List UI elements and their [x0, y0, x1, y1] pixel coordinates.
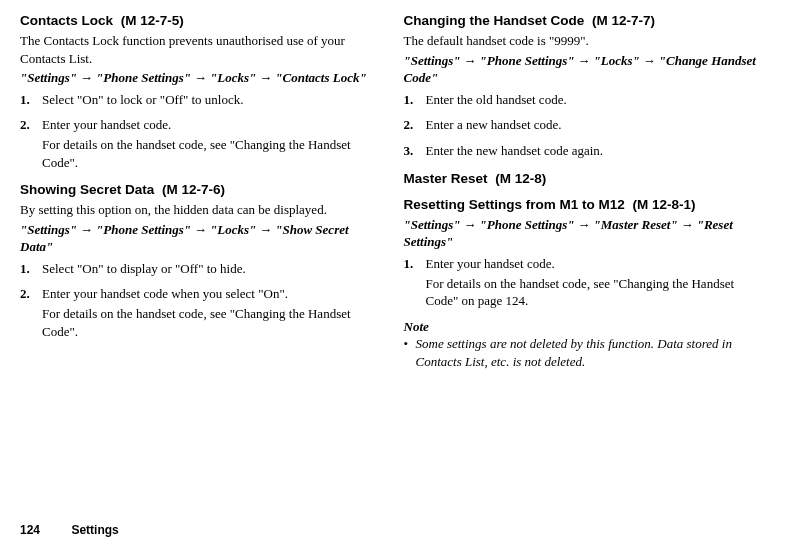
menu-code: (M 12-8-1) — [633, 197, 696, 212]
nav-path: "Settings"→"Phone Settings"→"Locks"→"Cha… — [404, 52, 766, 87]
heading-text: Resetting Settings from M1 to M12 — [404, 197, 625, 212]
step-text: Enter your handset code. — [426, 255, 766, 273]
page-footer: 124 Settings — [20, 522, 119, 538]
step-text: Enter the old handset code. — [426, 91, 766, 109]
step-text: Enter the new handset code again. — [426, 142, 766, 160]
path-part: "Settings" — [20, 222, 77, 237]
step-text: Enter your handset code when you select … — [42, 285, 382, 303]
path-part: "Master Reset" — [594, 217, 678, 232]
nav-path: "Settings"→"Phone Settings"→"Locks"→"Sho… — [20, 221, 382, 256]
nav-path: "Settings"→"Phone Settings"→"Locks"→"Con… — [20, 69, 382, 87]
step-number: 1. — [20, 260, 42, 278]
heading-showing-secret-data: Showing Secret Data (M 12-7-6) — [20, 181, 382, 199]
step-number: 2. — [20, 285, 42, 303]
heading-text: Contacts Lock — [20, 13, 113, 28]
heading-changing-handset-code: Changing the Handset Code (M 12-7-7) — [404, 12, 766, 30]
steps-list: 1. Select "On" to lock or "Off" to unloc… — [20, 91, 382, 173]
menu-code: (M 12-7-7) — [592, 13, 655, 28]
heading-master-reset: Master Reset (M 12-8) — [404, 170, 766, 188]
steps-list: 1. Enter your handset code. For details … — [404, 255, 766, 312]
step-number: 1. — [404, 255, 426, 273]
heading-resetting-settings: Resetting Settings from M1 to M12 (M 12-… — [404, 196, 766, 214]
steps-list: 1. Select "On" to display or "Off" to hi… — [20, 260, 382, 342]
bullet-icon: • — [404, 335, 416, 370]
note-text: Some settings are not deleted by this fu… — [416, 335, 766, 370]
step-text: For details on the handset code, see "Ch… — [426, 275, 766, 310]
path-part: "Contacts Lock" — [275, 70, 366, 85]
path-part: "Settings" — [404, 217, 461, 232]
path-part: "Settings" — [404, 53, 461, 68]
step-text: Select "On" to display or "Off" to hide. — [42, 260, 382, 278]
path-part: "Phone Settings" — [96, 70, 191, 85]
step-item: 2. Enter your handset code when you sele… — [20, 285, 382, 342]
arrow-icon: → — [259, 222, 272, 237]
path-part: "Phone Settings" — [480, 217, 575, 232]
section-resetting-settings: Resetting Settings from M1 to M12 (M 12-… — [404, 196, 766, 371]
step-text: For details on the handset code, see "Ch… — [42, 136, 382, 171]
section-contacts-lock: Contacts Lock (M 12-7-5) The Contacts Lo… — [20, 12, 382, 173]
steps-list: 1. Enter the old handset code. 2. Enter … — [404, 91, 766, 162]
step-item: 1. Select "On" to lock or "Off" to unloc… — [20, 91, 382, 111]
arrow-icon: → — [578, 53, 591, 68]
arrow-icon: → — [464, 217, 477, 232]
note-label: Note — [404, 318, 766, 336]
section-showing-secret-data: Showing Secret Data (M 12-7-6) By settin… — [20, 181, 382, 342]
intro-text: By setting this option on, the hidden da… — [20, 201, 382, 219]
arrow-icon: → — [194, 222, 207, 237]
arrow-icon: → — [80, 70, 93, 85]
arrow-icon: → — [259, 70, 272, 85]
step-number: 1. — [404, 91, 426, 109]
step-item: 2. Enter your handset code. For details … — [20, 116, 382, 173]
page-number: 124 — [20, 523, 40, 537]
step-number: 2. — [20, 116, 42, 134]
section-changing-handset-code: Changing the Handset Code (M 12-7-7) The… — [404, 12, 766, 162]
right-column: Changing the Handset Code (M 12-7-7) The… — [404, 12, 766, 378]
heading-text: Showing Secret Data — [20, 182, 154, 197]
step-item: 1. Enter the old handset code. — [404, 91, 766, 111]
path-part: "Phone Settings" — [96, 222, 191, 237]
path-part: "Settings" — [20, 70, 77, 85]
step-number: 3. — [404, 142, 426, 160]
path-part: "Locks" — [210, 70, 256, 85]
path-part: "Locks" — [594, 53, 640, 68]
step-number: 1. — [20, 91, 42, 109]
step-text: Select "On" to lock or "Off" to unlock. — [42, 91, 382, 109]
step-text: Enter a new handset code. — [426, 116, 766, 134]
section-master-reset: Master Reset (M 12-8) — [404, 170, 766, 188]
step-number: 2. — [404, 116, 426, 134]
menu-code: (M 12-7-5) — [121, 13, 184, 28]
nav-path: "Settings"→"Phone Settings"→"Master Rese… — [404, 216, 766, 251]
footer-section: Settings — [71, 523, 118, 537]
heading-text: Master Reset — [404, 171, 488, 186]
path-part: "Locks" — [210, 222, 256, 237]
step-item: 2. Enter a new handset code. — [404, 116, 766, 136]
arrow-icon: → — [643, 53, 656, 68]
arrow-icon: → — [80, 222, 93, 237]
arrow-icon: → — [194, 70, 207, 85]
step-text: For details on the handset code, see "Ch… — [42, 305, 382, 340]
intro-text: The default handset code is "9999". — [404, 32, 766, 50]
arrow-icon: → — [681, 217, 694, 232]
path-part: "Phone Settings" — [480, 53, 575, 68]
step-item: 1. Select "On" to display or "Off" to hi… — [20, 260, 382, 280]
heading-contacts-lock: Contacts Lock (M 12-7-5) — [20, 12, 382, 30]
menu-code: (M 12-7-6) — [162, 182, 225, 197]
intro-text: The Contacts Lock function prevents unau… — [20, 32, 382, 67]
left-column: Contacts Lock (M 12-7-5) The Contacts Lo… — [20, 12, 382, 378]
step-item: 1. Enter your handset code. For details … — [404, 255, 766, 312]
step-text: Enter your handset code. — [42, 116, 382, 134]
heading-text: Changing the Handset Code — [404, 13, 585, 28]
arrow-icon: → — [464, 53, 477, 68]
menu-code: (M 12-8) — [495, 171, 546, 186]
step-item: 3. Enter the new handset code again. — [404, 142, 766, 162]
arrow-icon: → — [578, 217, 591, 232]
note-body: • Some settings are not deleted by this … — [404, 335, 766, 370]
